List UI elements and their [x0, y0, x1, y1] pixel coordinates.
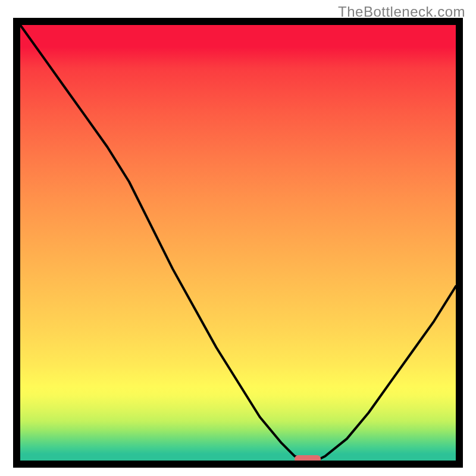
optimal-marker	[295, 455, 321, 461]
plot-area	[13, 18, 463, 468]
bottleneck-curve	[20, 25, 456, 461]
curve-layer	[20, 25, 456, 461]
bottleneck-chart: TheBottleneck.com	[0, 0, 476, 476]
